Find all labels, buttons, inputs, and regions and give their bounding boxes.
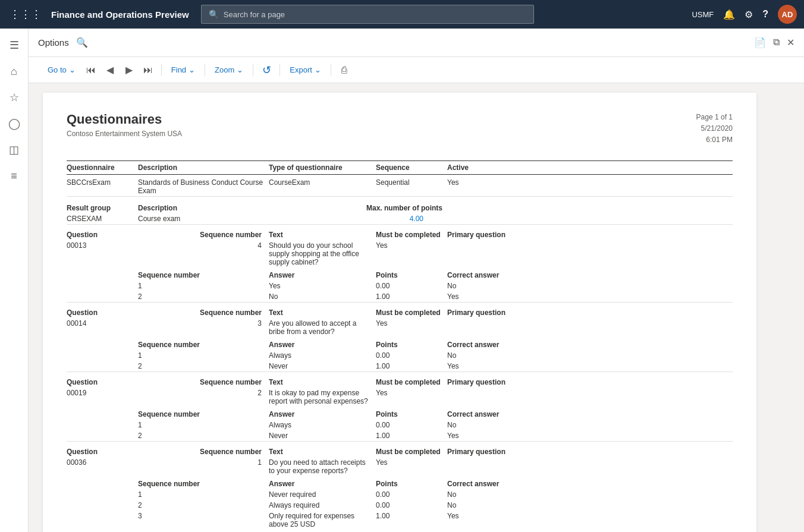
q-primary-00019 xyxy=(447,388,733,407)
a-seq-00019-1[interactable]: 1 xyxy=(138,420,269,430)
q-mustcomplete-label-3: Must be completed xyxy=(376,372,447,388)
q-text-label-4: Text xyxy=(269,441,376,457)
answer-header-00013: Sequence number Answer Points Correct an… xyxy=(67,267,733,281)
a-points-label-1: Points xyxy=(376,267,447,281)
q-id-00036[interactable]: 00036 xyxy=(67,457,138,476)
zoom-button[interactable]: Zoom ⌄ xyxy=(210,63,248,77)
questionnaire-table: Questionnaire Description Type of questi… xyxy=(67,160,733,530)
q-id-00014[interactable]: 00014 xyxy=(67,318,138,337)
a-pts-00019-1: 0.00 xyxy=(376,420,447,430)
questionnaire-sequence: Sequential xyxy=(376,174,447,196)
nav-prev-button[interactable]: ◀ xyxy=(102,62,118,78)
question-data-00036: 00036 1 Do you need to attach receipts t… xyxy=(67,457,733,476)
q-primaryq-label-1: Primary question xyxy=(447,224,733,240)
nav-next-button[interactable]: ▶ xyxy=(121,62,137,78)
a-correct-label-3: Correct answer xyxy=(447,407,733,420)
questionnaire-id[interactable]: SBCCrsExam xyxy=(67,174,138,196)
org-code[interactable]: USMF xyxy=(692,10,714,19)
a-pts-00036-2: 0.00 xyxy=(376,500,447,511)
avatar[interactable]: AD xyxy=(778,5,797,24)
rg-maxpoints-label: Max. number of points xyxy=(269,196,447,213)
question-data-00014: 00014 3 Are you allowed to accept a brib… xyxy=(67,318,733,337)
print-button[interactable]: ⎙ xyxy=(336,62,353,78)
a-seq-00036-1[interactable]: 1 xyxy=(138,489,269,500)
separator-5 xyxy=(331,64,331,76)
a-pts-00014-2: 1.00 xyxy=(376,361,447,372)
a-answer-label-3: Answer xyxy=(269,407,376,420)
q-text-00036: Do you need to attach receipts to your e… xyxy=(269,457,376,476)
table-header-row: Questionnaire Description Type of questi… xyxy=(67,160,733,174)
modules-icon[interactable]: ≡ xyxy=(2,164,26,188)
goto-chevron: ⌄ xyxy=(69,65,76,74)
q-seqnum-label-2: Sequence number xyxy=(138,302,269,318)
refresh-button[interactable]: ↺ xyxy=(258,62,275,78)
q-text-00013: Should you do your school supply shoppin… xyxy=(269,240,376,267)
recent-icon[interactable]: ◯ xyxy=(2,112,26,136)
options-bar: Options 🔍 📄 ⧉ ✕ xyxy=(29,29,804,57)
q-label-4: Question xyxy=(67,441,138,457)
result-group-description: Course exam xyxy=(138,213,269,225)
settings-icon[interactable]: ⚙ xyxy=(745,9,753,20)
a-pts-00036-1: 0.00 xyxy=(376,489,447,500)
answer-row-00036-1: 1 Never required 0.00 No xyxy=(67,489,733,500)
options-right-actions: 📄 ⧉ ✕ xyxy=(754,37,794,48)
favorites-icon[interactable]: ☆ xyxy=(2,86,26,109)
bookmark-icon[interactable]: 📄 xyxy=(754,37,766,48)
q-primary-00014 xyxy=(447,318,733,337)
col-type: Type of questionnaire xyxy=(269,160,376,174)
options-search-icon[interactable]: 🔍 xyxy=(76,37,88,48)
q-mustcomplete-label-2: Must be completed xyxy=(376,302,447,318)
q-label-2: Question xyxy=(67,302,138,318)
home-icon[interactable]: ⌂ xyxy=(2,59,26,83)
answer-row-00019-2: 2 Never 1.00 Yes xyxy=(67,430,733,442)
q-seqnum-label-3: Sequence number xyxy=(138,372,269,388)
nav-last-button[interactable]: ⏭ xyxy=(140,62,156,78)
question-data-00013: 00013 4 Should you do your school supply… xyxy=(67,240,733,267)
answer-row-00013-1: 1 Yes 0.00 No xyxy=(67,281,733,291)
q-seq-00036: 1 xyxy=(138,457,269,476)
a-seq-00036-3[interactable]: 3 xyxy=(138,511,269,530)
a-seq-00013-1[interactable]: 1 xyxy=(138,281,269,291)
open-new-icon[interactable]: ⧉ xyxy=(773,37,780,48)
hamburger-menu[interactable]: ☰ xyxy=(2,33,26,57)
q-seq-00019: 2 xyxy=(138,388,269,407)
question-header-00019: Question Sequence number Text Must be co… xyxy=(67,372,733,388)
question-header-00036: Question Sequence number Text Must be co… xyxy=(67,441,733,457)
a-seq-00019-2[interactable]: 2 xyxy=(138,430,269,442)
find-button[interactable]: Find ⌄ xyxy=(167,63,200,77)
a-answer-label-2: Answer xyxy=(269,337,376,350)
q-mustcomplete-label-4: Must be completed xyxy=(376,441,447,457)
a-answer-label-1: Answer xyxy=(269,267,376,281)
a-points-label-2: Points xyxy=(376,337,447,350)
a-seq-00036-2[interactable]: 2 xyxy=(138,500,269,511)
q-primaryq-label-2: Primary question xyxy=(447,302,733,318)
nav-first-button[interactable]: ⏮ xyxy=(83,62,99,78)
q-id-00019[interactable]: 00019 xyxy=(67,388,138,407)
result-group-data-row: CRSEXAM Course exam 4.00 xyxy=(67,213,733,225)
top-nav-right: USMF 🔔 ⚙ ? AD xyxy=(692,5,797,24)
q-id-00013[interactable]: 00013 xyxy=(67,240,138,267)
goto-button[interactable]: Go to ⌄ xyxy=(43,63,80,77)
a-val-00013-1: Yes xyxy=(269,281,376,291)
report-paper: Questionnaires Contoso Entertainment Sys… xyxy=(43,93,756,532)
search-bar[interactable]: 🔍 Search for a page xyxy=(201,5,534,24)
a-seq-00014-2[interactable]: 2 xyxy=(138,361,269,372)
a-pts-00036-3: 1.00 xyxy=(376,511,447,530)
q-label-1: Question xyxy=(67,224,138,240)
q-text-00019: It is okay to pad my expense report with… xyxy=(269,388,376,407)
grid-icon[interactable]: ⋮⋮⋮ xyxy=(7,5,44,23)
main-layout: ☰ ⌂ ☆ ◯ ◫ ≡ Options 🔍 📄 ⧉ ✕ Go to ⌄ ⏮ ◀ … xyxy=(0,29,804,532)
report-header: Questionnaires Contoso Entertainment Sys… xyxy=(67,112,733,146)
result-group-header-row: Result group Description Max. number of … xyxy=(67,196,733,213)
a-seq-00014-1[interactable]: 1 xyxy=(138,350,269,361)
separator-4 xyxy=(279,64,280,76)
export-button[interactable]: Export ⌄ xyxy=(285,63,326,77)
answer-row-00014-1: 1 Always 0.00 No xyxy=(67,350,733,361)
close-icon[interactable]: ✕ xyxy=(787,37,794,48)
help-icon[interactable]: ? xyxy=(762,9,768,20)
notification-icon[interactable]: 🔔 xyxy=(723,9,735,20)
workspaces-icon[interactable]: ◫ xyxy=(2,138,26,162)
q-mustcomplete-00014: Yes xyxy=(376,318,447,337)
a-seq-00013-2[interactable]: 2 xyxy=(138,291,269,303)
result-group-id[interactable]: CRSEXAM xyxy=(67,213,138,225)
